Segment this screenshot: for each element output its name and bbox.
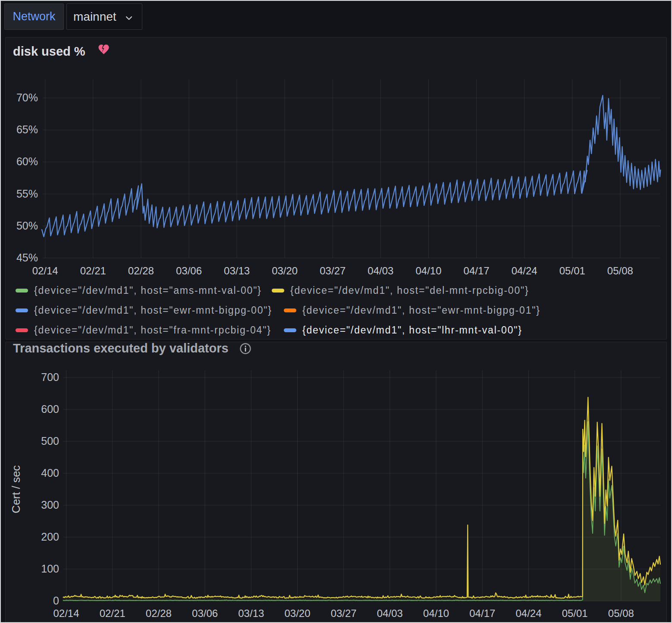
svg-text:05/08: 05/08: [607, 265, 633, 277]
svg-text:04/24: 04/24: [512, 265, 537, 277]
svg-text:02/28: 02/28: [146, 607, 172, 619]
svg-text:04/03: 04/03: [367, 265, 393, 277]
svg-text:04/17: 04/17: [469, 607, 495, 619]
svg-text:02/28: 02/28: [128, 265, 154, 277]
svg-text:45%: 45%: [16, 252, 38, 264]
svg-text:500: 500: [41, 435, 59, 447]
svg-text:200: 200: [41, 531, 59, 543]
svg-text:05/01: 05/01: [562, 607, 588, 619]
svg-text:600: 600: [41, 403, 59, 415]
svg-text:100: 100: [41, 563, 59, 575]
svg-text:03/13: 03/13: [238, 607, 264, 619]
svg-text:03/20: 03/20: [272, 265, 298, 277]
svg-text:02/14: 02/14: [53, 607, 79, 619]
svg-text:03/06: 03/06: [176, 265, 202, 277]
svg-text:0: 0: [53, 595, 59, 607]
svg-text:Cert / sec: Cert / sec: [9, 465, 22, 513]
svg-text:300: 300: [41, 499, 59, 511]
svg-text:03/27: 03/27: [320, 265, 345, 277]
svg-text:700: 700: [41, 371, 59, 383]
svg-text:03/20: 03/20: [284, 607, 310, 619]
svg-text:04/10: 04/10: [415, 265, 441, 277]
svg-text:03/27: 03/27: [331, 607, 357, 619]
svg-text:65%: 65%: [16, 123, 38, 135]
svg-text:02/21: 02/21: [80, 265, 106, 277]
svg-text:04/10: 04/10: [423, 607, 449, 619]
svg-text:04/03: 04/03: [377, 607, 403, 619]
svg-text:60%: 60%: [16, 155, 38, 167]
svg-text:05/08: 05/08: [608, 607, 634, 619]
svg-text:70%: 70%: [16, 91, 38, 104]
svg-text:50%: 50%: [16, 220, 38, 232]
svg-text:400: 400: [41, 467, 59, 479]
svg-text:04/17: 04/17: [464, 265, 490, 277]
svg-text:05/01: 05/01: [559, 265, 585, 277]
svg-text:55%: 55%: [16, 188, 38, 200]
svg-text:02/14: 02/14: [32, 265, 58, 277]
svg-text:03/06: 03/06: [192, 607, 218, 619]
svg-text:02/21: 02/21: [100, 607, 126, 619]
svg-text:03/13: 03/13: [224, 265, 250, 277]
svg-text:04/24: 04/24: [515, 607, 541, 619]
